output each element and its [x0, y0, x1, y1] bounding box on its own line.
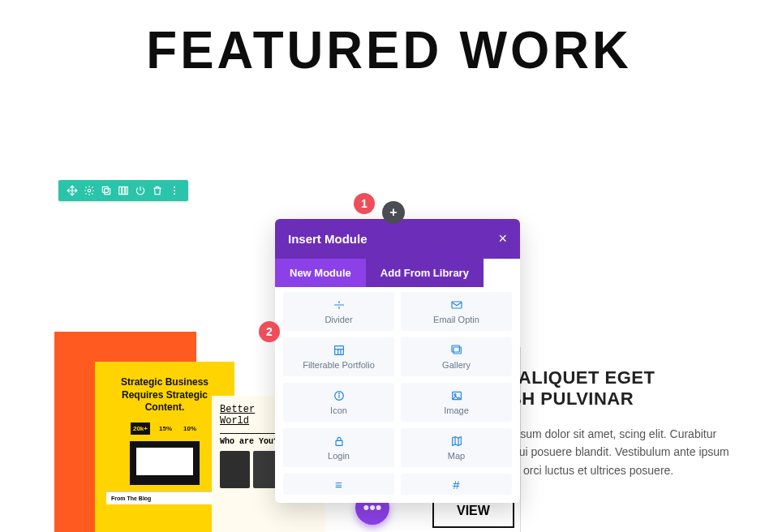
close-icon[interactable]: ×: [498, 230, 507, 247]
duplicate-icon[interactable]: [101, 185, 112, 196]
add-module-button[interactable]: +: [382, 201, 405, 224]
module-label: Login: [328, 451, 350, 461]
svg-point-0: [88, 189, 91, 192]
column-divider: [520, 347, 521, 532]
module-label: Divider: [325, 315, 352, 324]
columns-icon[interactable]: [118, 185, 129, 196]
yellow-blog-label: From The Blog: [106, 491, 223, 504]
email-icon: [450, 298, 463, 313]
hash-icon: #: [453, 478, 459, 491]
module-more-left[interactable]: ≡: [283, 474, 394, 495]
module-email-optin[interactable]: Email Optin: [401, 292, 512, 331]
modal-header: Insert Module ×: [275, 219, 520, 259]
stat: 15%: [157, 423, 174, 435]
module-filterable-portfolio[interactable]: Filterable Portfolio: [283, 337, 394, 376]
image-icon: [450, 389, 463, 404]
svg-point-21: [454, 394, 456, 396]
tab-new-module[interactable]: New Module: [275, 259, 366, 287]
module-label: Email Optin: [433, 315, 479, 324]
grid-icon: [333, 344, 346, 358]
page-title: FEATURED WORK: [0, 19, 778, 80]
svg-rect-4: [123, 187, 125, 194]
module-label: Filterable Portfolio: [303, 360, 375, 370]
step-badge-2: 2: [259, 321, 280, 342]
modal-tabs: New Module Add From Library: [275, 259, 520, 287]
circle-i-icon: [333, 389, 346, 404]
tab-add-from-library[interactable]: Add From Library: [366, 259, 484, 287]
dots-icon[interactable]: [169, 185, 180, 196]
module-login[interactable]: Login: [283, 428, 394, 467]
svg-rect-2: [102, 187, 108, 192]
menu-icon: ≡: [335, 478, 342, 491]
trash-icon[interactable]: [152, 185, 163, 196]
module-image[interactable]: Image: [401, 383, 512, 422]
step-badge-1: 1: [354, 193, 375, 214]
svg-point-6: [174, 187, 175, 188]
gear-icon[interactable]: [84, 185, 95, 196]
power-icon[interactable]: [135, 185, 146, 196]
module-grid: Divider Email Optin Filterable Portfolio…: [275, 287, 520, 503]
module-label: Icon: [330, 405, 347, 415]
move-icon[interactable]: [67, 185, 78, 196]
svg-point-19: [338, 393, 339, 394]
module-gallery[interactable]: Gallery: [401, 337, 512, 376]
module-label: Gallery: [442, 360, 471, 370]
image-multi-icon: [450, 344, 463, 358]
laptop-illustration: [130, 441, 200, 485]
svg-rect-1: [105, 189, 110, 195]
mini-card: [220, 451, 250, 488]
row-toolbar[interactable]: [58, 180, 188, 201]
svg-point-8: [174, 193, 175, 195]
lock-icon: [333, 435, 346, 449]
divider-icon: [333, 298, 346, 313]
stat: 20k+: [131, 423, 150, 435]
svg-rect-3: [119, 187, 122, 194]
svg-rect-11: [334, 346, 343, 355]
module-icon[interactable]: Icon: [283, 383, 394, 422]
map-icon: [450, 435, 463, 449]
module-label: Image: [444, 405, 469, 415]
yellow-card-title: Strategic Business Requires Strategic Co…: [106, 376, 223, 414]
svg-rect-5: [126, 187, 127, 194]
module-divider[interactable]: Divider: [283, 292, 394, 331]
yellow-card-stats: 20k+ 15% 10%: [106, 423, 223, 435]
svg-point-7: [174, 190, 175, 191]
module-map[interactable]: Map: [401, 428, 512, 467]
insert-module-modal: Insert Module × New Module Add From Libr…: [275, 219, 520, 503]
svg-rect-22: [336, 440, 342, 445]
module-label: Map: [448, 451, 465, 461]
module-more-right[interactable]: #: [401, 474, 512, 495]
modal-title: Insert Module: [288, 232, 368, 246]
stat: 10%: [181, 423, 199, 435]
